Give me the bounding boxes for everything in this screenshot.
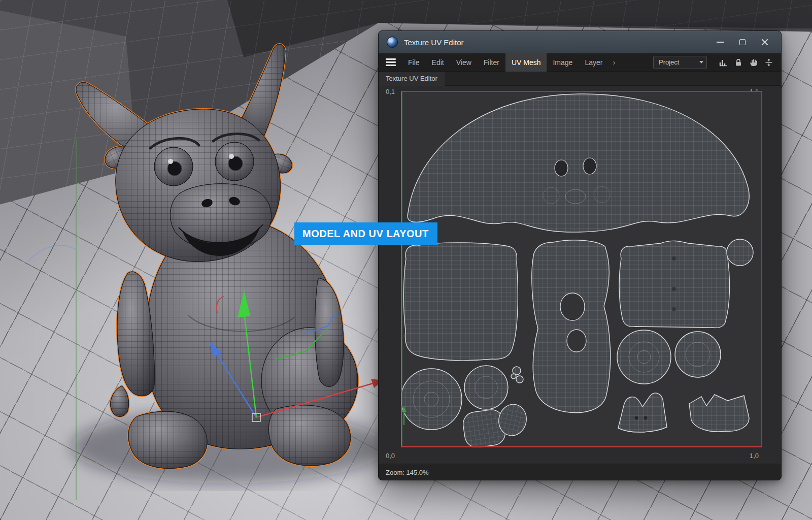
uv-island-foot-disc[interactable] bbox=[401, 369, 462, 430]
uv-coord-top-left: 0,1 bbox=[386, 88, 395, 95]
menu-uv-mesh[interactable]: UV Mesh bbox=[505, 53, 547, 72]
menu-view[interactable]: View bbox=[450, 53, 478, 72]
menu-image[interactable]: Image bbox=[547, 53, 579, 72]
uv-island-back[interactable] bbox=[619, 241, 729, 328]
hamburger-menu-icon[interactable] bbox=[386, 58, 396, 66]
menu-edit[interactable]: Edit bbox=[426, 53, 450, 72]
uv-coord-bottom-right: 1,0 bbox=[750, 452, 759, 460]
monster-model[interactable] bbox=[46, 30, 401, 488]
tab-texture-uv-editor[interactable]: Texture UV Editor bbox=[379, 72, 445, 86]
minimize-button[interactable] bbox=[709, 35, 731, 50]
tab-strip: Texture UV Editor bbox=[379, 72, 781, 86]
uv-island-eye-small[interactable] bbox=[675, 332, 721, 377]
uv-coord-bottom-left: 0,0 bbox=[386, 452, 395, 460]
window-titlebar[interactable]: Texture UV Editor bbox=[379, 31, 781, 53]
uv-island-ear-right[interactable] bbox=[689, 395, 749, 432]
lock-icon[interactable] bbox=[732, 56, 745, 69]
uv-canvas[interactable]: 0,1 1,1 0,0 1,0 U bbox=[379, 86, 781, 464]
project-dropdown-value: Project bbox=[659, 58, 679, 66]
uv-island-torso[interactable] bbox=[532, 240, 611, 413]
uv-island-tiny[interactable] bbox=[511, 374, 516, 379]
window-title: Texture UV Editor bbox=[404, 38, 709, 47]
uv-islands[interactable] bbox=[401, 91, 762, 447]
uv-island-eye-large[interactable] bbox=[617, 330, 671, 384]
close-icon bbox=[761, 39, 768, 46]
annotation-banner: MODEL AND UV LAYOUT bbox=[294, 222, 437, 245]
menu-filter[interactable]: Filter bbox=[478, 53, 505, 72]
zoom-level: Zoom: 145.0% bbox=[386, 469, 429, 476]
close-button[interactable] bbox=[754, 35, 776, 50]
maximize-button[interactable] bbox=[731, 35, 754, 50]
pan-hand-icon[interactable] bbox=[748, 56, 760, 69]
status-bar: Zoom: 145.0% bbox=[379, 464, 781, 480]
menu-file[interactable]: File bbox=[402, 53, 426, 72]
project-dropdown[interactable]: Project bbox=[653, 56, 707, 69]
annotation-banner-label: MODEL AND UV LAYOUT bbox=[302, 228, 429, 240]
uv-island-small-cap[interactable] bbox=[727, 239, 753, 266]
fit-height-icon[interactable] bbox=[763, 56, 775, 69]
uv-editor-window: Texture UV Editor File Edit View Filter … bbox=[378, 30, 782, 480]
chevron-down-icon bbox=[694, 58, 703, 67]
cinema4d-logo-icon bbox=[387, 37, 398, 48]
menu-overflow-arrow[interactable]: › bbox=[608, 58, 619, 67]
maximize-icon bbox=[739, 39, 746, 45]
minimize-icon bbox=[717, 42, 724, 43]
monster-mesh bbox=[76, 44, 358, 469]
uv-island-body[interactable] bbox=[403, 243, 518, 361]
uv-island-disc[interactable] bbox=[464, 366, 508, 409]
histogram-icon[interactable] bbox=[717, 56, 729, 69]
uv-island-tiny[interactable] bbox=[516, 376, 523, 383]
menu-bar: File Edit View Filter UV Mesh Image Laye… bbox=[379, 53, 781, 72]
menu-layer[interactable]: Layer bbox=[579, 53, 608, 72]
